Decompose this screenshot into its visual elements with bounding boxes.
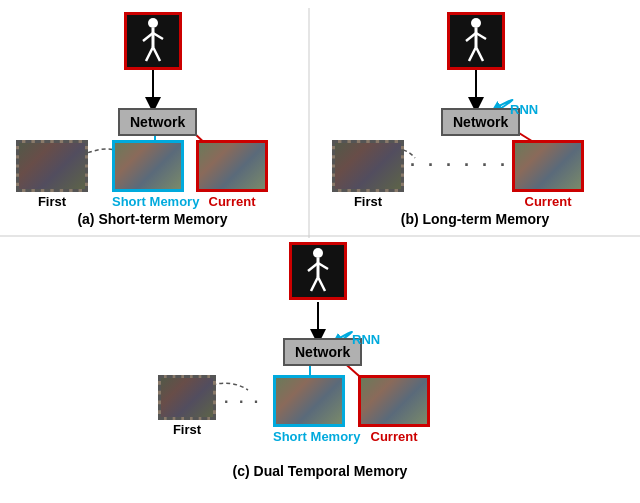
caption-a: (a) Short-term Memory: [0, 210, 305, 228]
svg-line-19: [476, 47, 483, 61]
short-memory-label-c: Short Memory: [273, 429, 360, 444]
short-memory-frame-a: Short Memory: [112, 140, 199, 209]
current-label-b: Current: [525, 194, 572, 209]
short-memory-frame-c: Short Memory: [273, 375, 360, 444]
divider-ab: [308, 8, 310, 238]
svg-line-24: [311, 277, 318, 291]
svg-line-25: [318, 277, 325, 291]
network-box-b: Network: [441, 108, 520, 136]
current-frame-a: Current: [196, 140, 268, 209]
svg-point-8: [148, 18, 158, 28]
svg-point-14: [471, 18, 481, 28]
dots-b: · · · · · ·: [410, 155, 509, 176]
network-box-c: Network: [283, 338, 362, 366]
first-frame-a: First: [16, 140, 88, 209]
divider-top-bottom: [0, 235, 640, 237]
network-label-a: Network: [130, 114, 185, 130]
first-frame-c: First: [158, 375, 216, 437]
short-memory-label-a: Short Memory: [112, 194, 199, 209]
network-label-c: Network: [295, 344, 350, 360]
dots-c: · · ·: [224, 393, 261, 411]
svg-point-20: [313, 248, 323, 258]
output-image-c: [289, 242, 347, 300]
first-frame-b: First: [332, 140, 404, 209]
rnn-label-c: RNN: [352, 330, 380, 348]
output-image-b: [447, 12, 505, 70]
current-label-c: Current: [371, 429, 418, 444]
current-frame-c: Current: [358, 375, 430, 444]
svg-line-18: [469, 47, 476, 61]
svg-line-12: [146, 47, 153, 61]
network-box-a: Network: [118, 108, 197, 136]
first-label-c: First: [173, 422, 201, 437]
current-frame-b: Current: [512, 140, 584, 209]
caption-c: (c) Dual Temporal Memory: [0, 462, 640, 480]
current-label-a: Current: [209, 194, 256, 209]
network-label-b: Network: [453, 114, 508, 130]
figure-icon-a: [137, 17, 169, 65]
first-label-a: First: [38, 194, 66, 209]
svg-line-13: [153, 47, 160, 61]
first-label-b: First: [354, 194, 382, 209]
figure-icon-c: [302, 247, 334, 295]
rnn-label-b: RNN: [510, 100, 538, 118]
caption-b: (b) Long-term Memory: [310, 210, 640, 228]
diagram-container: Network First Short Memory Current (a) S…: [0, 0, 640, 503]
figure-icon-b: [460, 17, 492, 65]
output-image-a: [124, 12, 182, 70]
